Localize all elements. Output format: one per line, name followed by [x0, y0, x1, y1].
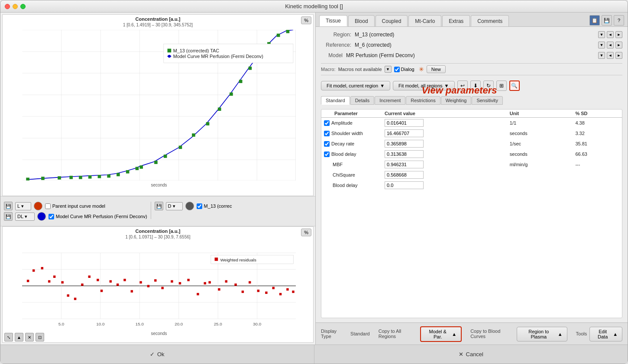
model-right-arrow[interactable]: ► — [615, 52, 622, 59]
decay-rate-checkbox[interactable] — [324, 141, 330, 147]
dialog-checkbox-label[interactable]: Dialog — [394, 67, 414, 72]
svg-rect-118 — [279, 293, 282, 295]
bottom-chart-icon4[interactable]: ⊡ — [36, 333, 44, 341]
top-chart-percent-btn[interactable]: % — [301, 16, 311, 24]
model-par-btn[interactable]: Model & Par. ▲ — [420, 326, 462, 342]
svg-rect-30 — [41, 177, 45, 180]
bottom-chart-icon2[interactable]: ▲ — [15, 333, 23, 341]
DL-dropdown[interactable]: DL ▾ — [15, 213, 35, 221]
sub-tab-restrictions[interactable]: Restrictions — [406, 96, 440, 105]
top-tabs-row: Tissue Blood Coupled Mt-Carlo Extras Com… — [316, 13, 628, 27]
new-button[interactable]: New — [427, 65, 446, 73]
region-plasma-arrow: ▲ — [558, 332, 563, 337]
tab-blood[interactable]: Blood — [348, 15, 375, 26]
decay-rate-input[interactable] — [385, 140, 424, 148]
chisquare-value-cell — [382, 170, 507, 180]
sub-tab-details[interactable]: Details — [350, 96, 375, 105]
m13-check[interactable]: M_13 (correc — [197, 203, 232, 209]
svg-rect-52 — [277, 34, 280, 37]
amplitude-checkbox[interactable] — [324, 120, 330, 126]
color-dot-1[interactable] — [34, 202, 42, 210]
blood-delay2-input[interactable] — [385, 181, 424, 189]
region-left-arrow[interactable]: ◄ — [607, 31, 614, 38]
fit-all-btn[interactable]: Fit model, all regions ▼ — [393, 81, 454, 90]
import-icon-btn[interactable]: 📋 — [589, 15, 600, 26]
view-params-btn[interactable]: 🔍 View parameters — [509, 81, 520, 91]
bottom-chart-percent-btn[interactable]: % — [301, 229, 311, 236]
region-label: Region: — [321, 32, 351, 38]
mbf-input[interactable] — [385, 161, 424, 168]
shoulder-width-checkbox[interactable] — [324, 131, 330, 136]
bottom-chart-toolbar: ⤡ ▲ ✕ ⊡ — [4, 333, 44, 341]
edit-data-btn[interactable]: Edit Data ▲ — [589, 327, 622, 341]
model-par-arrow: ▲ — [452, 332, 456, 337]
undo-btn[interactable]: ↩ — [457, 81, 468, 91]
close-button[interactable] — [5, 4, 10, 9]
sub-tab-standard[interactable]: Standard — [321, 96, 350, 105]
color-dot-3[interactable] — [185, 202, 194, 210]
region-plasma-btn[interactable]: Region to Plasma ▲ — [517, 327, 567, 341]
D-dropdown[interactable]: D ▾ — [166, 202, 183, 210]
amplitude-input[interactable] — [385, 119, 424, 127]
ok-label: Ok — [157, 351, 165, 358]
tab-tissue[interactable]: Tissue — [319, 15, 347, 26]
tab-coupled[interactable]: Coupled — [376, 15, 408, 26]
svg-rect-43 — [179, 146, 182, 149]
svg-text:Weighted residuals: Weighted residuals — [220, 258, 256, 262]
top-chart-svg: 350. 300 250 200 150 100 50. 0. 5.0 10.0… — [22, 30, 296, 180]
ok-button[interactable]: ✓ Ok — [0, 345, 314, 364]
blood-delay-checkbox[interactable] — [324, 151, 330, 157]
svg-rect-84 — [27, 280, 29, 282]
save-icon-btn[interactable]: 💾 — [602, 15, 612, 26]
svg-rect-108 — [204, 282, 206, 284]
decay-rate-cell: Decay rate — [321, 139, 382, 149]
parent-input-check[interactable]: Parent input curve model — [45, 203, 105, 209]
tab-extras[interactable]: Extras — [442, 15, 470, 26]
region-right-arrow[interactable]: ► — [615, 31, 622, 38]
blood-delay-input[interactable] — [385, 150, 424, 158]
dialog-checkbox[interactable] — [394, 67, 400, 72]
L-dropdown[interactable]: L ▾ — [15, 202, 31, 210]
shoulder-width-label: Shoulder width — [331, 131, 363, 136]
save-icon[interactable]: 💾 — [4, 202, 13, 210]
model-down-arrow[interactable]: ▼ — [598, 52, 605, 59]
bottom-chart-icon3[interactable]: ✕ — [25, 333, 34, 341]
minimize-button[interactable] — [13, 4, 18, 9]
region-down-arrow[interactable]: ▼ — [598, 31, 605, 38]
fit-current-label: Fit model, current region — [327, 83, 378, 88]
fit-current-btn[interactable]: Fit model, current region ▼ — [321, 81, 390, 90]
macro-down-arrow[interactable]: ▼ — [385, 66, 392, 73]
amplitude-label: Amplitude — [331, 120, 353, 126]
save-icon2[interactable]: 💾 — [4, 212, 13, 221]
bottom-chart-icon1[interactable]: ⤡ — [4, 333, 13, 341]
copy-all-label: Copy to All Regions — [379, 329, 418, 339]
ref-left-arrow[interactable]: ◄ — [607, 42, 614, 48]
ref-right-arrow[interactable]: ► — [615, 42, 622, 48]
params-header-row: Parameter Current value Unit % SD — [321, 110, 622, 118]
svg-rect-106 — [187, 279, 189, 281]
grid-btn[interactable]: ⊞ — [496, 81, 507, 91]
download-btn[interactable]: ⬇ — [470, 81, 481, 91]
cancel-button[interactable]: ✕ Cancel — [314, 345, 628, 364]
right-bottom-bar: Display Type Standard Copy to All Region… — [316, 322, 628, 345]
help-icon-btn[interactable]: ? — [614, 15, 624, 26]
save-icon3[interactable]: 💾 — [155, 202, 163, 210]
tab-comments[interactable]: Comments — [471, 15, 509, 26]
maximize-button[interactable] — [20, 4, 26, 9]
sub-tab-weighting[interactable]: Weighting — [441, 96, 472, 105]
ref-down-arrow[interactable]: ▼ — [598, 42, 605, 48]
svg-rect-85 — [32, 269, 35, 271]
decay-rate-pctsd-cell: 35.81 — [573, 139, 622, 149]
svg-rect-110 — [218, 288, 220, 290]
chisquare-input[interactable] — [385, 171, 424, 179]
blood-delay2-value-cell — [382, 180, 507, 190]
sub-tab-sensitivity[interactable]: Sensitivity — [472, 96, 503, 105]
shoulder-width-input[interactable] — [385, 129, 424, 137]
svg-rect-33 — [79, 176, 82, 179]
refresh-btn[interactable]: ↻ — [483, 81, 494, 91]
model-left-arrow[interactable]: ◄ — [607, 52, 614, 59]
sub-tab-increment[interactable]: Increment — [375, 96, 405, 105]
color-dot-2[interactable] — [37, 212, 46, 221]
tab-mt-carlo[interactable]: Mt-Carlo — [408, 15, 441, 26]
model-curve-check[interactable]: Model Curve MR Perfusion (Fermi Deconv) — [49, 214, 147, 219]
